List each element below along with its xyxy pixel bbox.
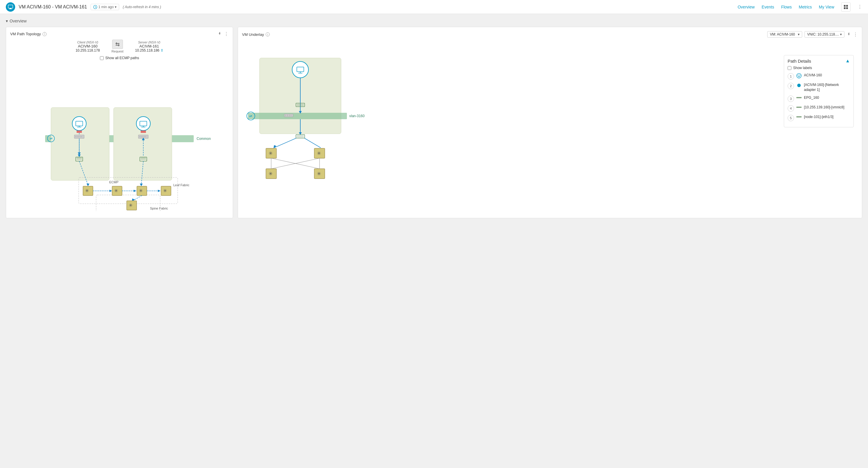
right-panel-controls: VM: ACIVM-160 ▾ VNIC: 10.255.118.... ▾ ⋮ xyxy=(767,31,858,37)
svg-point-85 xyxy=(292,61,308,78)
client-endpoint: Client (NSX-V) ACIVM-160 10.255.118.178 xyxy=(75,40,100,53)
svg-text:✳: ✳ xyxy=(114,188,118,193)
right-panel-title: VM Underlay i xyxy=(242,32,270,37)
step-icon-link-4 xyxy=(796,105,802,110)
nav-metrics[interactable]: Metrics xyxy=(799,3,812,10)
svg-rect-5 xyxy=(846,5,848,7)
svg-point-12 xyxy=(72,117,86,130)
step-label-3: EPG_160 xyxy=(804,95,819,100)
svg-marker-54 xyxy=(87,183,89,186)
svg-text:⇌: ⇌ xyxy=(50,137,53,140)
step-num-5: 5 xyxy=(787,115,794,121)
pin-icon[interactable] xyxy=(218,31,222,36)
svg-rect-20 xyxy=(76,130,82,133)
left-panel-info-icon[interactable]: i xyxy=(42,32,46,36)
show-labels-checkbox[interactable] xyxy=(787,66,792,70)
left-panel-header: VM Path Topology i ⋮ xyxy=(10,31,229,37)
svg-marker-70 xyxy=(158,190,160,192)
nav-myview[interactable]: My View xyxy=(819,3,834,10)
vnic-dropdown[interactable]: VNIC: 10.255.118.... ▾ xyxy=(805,31,844,37)
svg-rect-96 xyxy=(296,135,305,138)
show-labels-label[interactable]: Show labels xyxy=(793,66,812,70)
vm-dropdown-chevron: ▾ xyxy=(798,32,800,36)
app-icon xyxy=(6,2,15,12)
svg-text:✳: ✳ xyxy=(317,171,321,177)
svg-rect-115 xyxy=(798,75,800,76)
svg-point-118 xyxy=(797,84,801,87)
path-step-2: 2 [ACIVM-160]-[Network adapter 1] xyxy=(787,83,850,92)
vnic-dropdown-label: VNIC: 10.255.118.... xyxy=(807,32,839,36)
right-panel-more-btn[interactable]: ⋮ xyxy=(853,32,858,37)
svg-text:⇌: ⇌ xyxy=(249,114,252,118)
request-label: Request xyxy=(112,50,124,53)
svg-point-16 xyxy=(136,117,150,130)
left-panel: VM Path Topology i ⋮ Client (NSX-V) ACIV… xyxy=(6,27,233,218)
svg-text:✳: ✳ xyxy=(317,151,321,156)
section-label: Overview xyxy=(10,19,27,23)
step-icon-dot xyxy=(796,83,802,89)
step-icon-link-3 xyxy=(796,95,802,100)
left-panel-more-btn[interactable]: ⋮ xyxy=(224,31,229,37)
ecmp-label[interactable]: Show all ECMP paths xyxy=(105,56,139,60)
client-ip: 10.255.118.178 xyxy=(75,48,100,53)
svg-text:✳: ✳ xyxy=(85,188,89,193)
ecmp-checkbox[interactable] xyxy=(100,56,104,60)
path-details-collapse-btn[interactable]: ▲ xyxy=(845,58,850,63)
vm-dropdown-label: VM: ACIVM-160 xyxy=(770,32,795,36)
step-icon-vm xyxy=(796,73,802,79)
top-nav: Overview Events Flows Metrics My View ⋮ xyxy=(738,2,862,12)
path-step-4: 4 [10.255.139.160]-[vmnic8] xyxy=(787,105,850,112)
left-panel-actions: ⋮ xyxy=(218,31,229,37)
right-panel-info-icon[interactable]: i xyxy=(266,32,270,36)
nav-events[interactable]: Events xyxy=(762,3,774,10)
show-labels-row: Show labels xyxy=(787,66,850,70)
time-info[interactable]: 1 min ago ▾ xyxy=(91,4,119,10)
panels-row: VM Path Topology i ⋮ Client (NSX-V) ACIV… xyxy=(6,27,862,218)
step-label-5: [node-101]-[eth1/3] xyxy=(804,115,833,119)
step-num-3: 3 xyxy=(787,95,794,102)
svg-text:✳: ✳ xyxy=(269,151,273,156)
svg-rect-4 xyxy=(844,5,845,7)
svg-line-100 xyxy=(304,138,321,148)
server-label: Server (NSX-V) xyxy=(135,40,163,44)
nav-overview[interactable]: Overview xyxy=(738,3,754,10)
svg-rect-0 xyxy=(8,5,13,8)
step-num-2: 2 xyxy=(787,83,794,89)
client-name: ACIVM-160 xyxy=(75,44,100,48)
svg-rect-21 xyxy=(141,130,146,133)
step-num-4: 4 xyxy=(787,105,794,112)
content-area: ▾ Overview VM Path Topology i ⋮ xyxy=(0,14,868,223)
svg-rect-76 xyxy=(248,113,347,119)
svg-rect-6 xyxy=(844,7,845,9)
ecmp-checkbox-row: Show all ECMP paths xyxy=(10,56,229,60)
svg-line-99 xyxy=(274,138,296,148)
topology-diagram: Common xyxy=(10,62,229,214)
svg-text:✳: ✳ xyxy=(129,203,132,208)
grid-icon-btn[interactable] xyxy=(841,2,850,12)
vm-dropdown[interactable]: VM: ACIVM-160 ▾ xyxy=(767,31,802,37)
svg-text:Leaf Fabric: Leaf Fabric xyxy=(173,183,190,187)
path-step-1: 1 ACIVM-160 xyxy=(787,73,850,80)
top-bar-left: VM ACIVM-160 - VM ACIVM-161 1 min ago ▾ … xyxy=(6,2,161,12)
section-collapse-icon: ▾ xyxy=(6,19,8,23)
svg-rect-7 xyxy=(846,7,848,9)
left-panel-title: VM Path Topology i xyxy=(10,32,46,36)
more-actions-btn[interactable]: ⋮ xyxy=(858,4,862,10)
step-icon-link-5 xyxy=(796,115,802,119)
server-ip-stepper[interactable]: ⇕ xyxy=(160,48,163,53)
svg-rect-2 xyxy=(9,9,12,9)
auto-refresh: ( Auto-refresh in 4 mins ) xyxy=(123,5,161,9)
right-panel-header: VM Underlay i VM: ACIVM-160 ▾ VNIC: 10.2… xyxy=(242,31,858,37)
underlay-diagram: vlan-3160 ⇌ xyxy=(242,40,858,180)
step-num-1: 1 xyxy=(787,73,794,80)
svg-text:ECMP: ECMP xyxy=(109,180,119,184)
time-dropdown-icon[interactable]: ▾ xyxy=(115,5,117,9)
arrow-icon: ⇆ xyxy=(112,40,123,49)
request-button[interactable]: ⇆ Request xyxy=(112,40,124,53)
pin-icon-right[interactable] xyxy=(847,32,851,37)
svg-text:✳: ✳ xyxy=(269,171,273,177)
svg-text:✳: ✳ xyxy=(163,188,167,193)
nav-flows[interactable]: Flows xyxy=(781,3,792,10)
server-endpoint: Server (NSX-V) ACIVM-161 10.255.118.186 … xyxy=(135,40,163,53)
section-header[interactable]: ▾ Overview xyxy=(6,19,862,23)
